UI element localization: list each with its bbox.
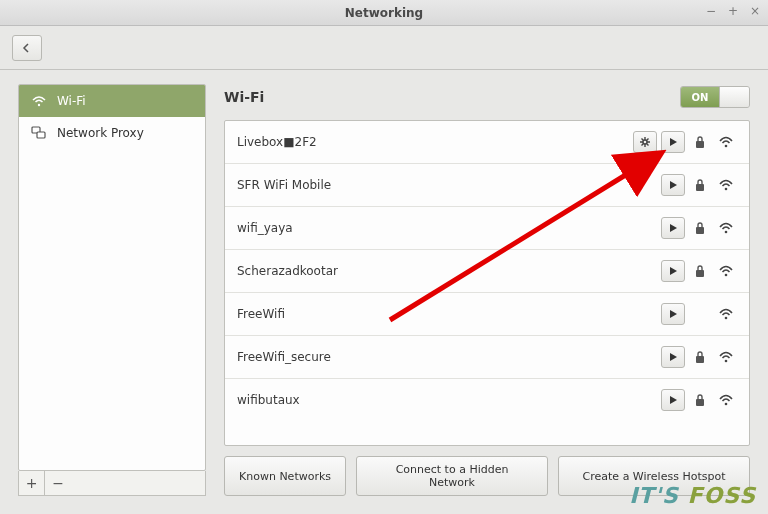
sidebar: Wi-Fi Network Proxy + − [18,84,206,496]
svg-rect-16 [696,399,704,406]
proxy-icon [31,125,47,141]
connect-button[interactable] [661,174,685,196]
network-list: Livebox■2F2SFR WiFi Mobilewifi_yayaScher… [224,120,750,446]
connect-button[interactable] [661,303,685,325]
svg-rect-10 [696,270,704,277]
svg-point-11 [725,274,728,277]
svg-point-15 [725,360,728,363]
svg-point-17 [725,403,728,406]
network-actions [661,346,737,368]
connect-hidden-button[interactable]: Connect to a Hidden Network [356,456,548,496]
lock-icon [689,131,711,153]
network-actions [661,389,737,411]
signal-icon [715,174,737,196]
network-name: wifi_yaya [237,221,661,235]
signal-icon [715,217,737,239]
svg-point-13 [725,317,728,320]
signal-icon [715,131,737,153]
signal-icon [715,389,737,411]
main-header: Wi-Fi ON [224,84,750,110]
signal-icon [715,260,737,282]
lock-icon [689,217,711,239]
svg-rect-14 [696,356,704,363]
network-row: Livebox■2F2 [225,121,749,164]
network-row: SFR WiFi Mobile [225,164,749,207]
toolbar [0,26,768,70]
close-button[interactable]: × [748,4,762,18]
svg-rect-8 [696,227,704,234]
network-row: Scherazadkootar [225,250,749,293]
sidebar-list: Wi-Fi Network Proxy [18,84,206,471]
network-name: Livebox■2F2 [237,135,633,149]
signal-icon [715,303,737,325]
network-row: wifibutaux [225,379,749,421]
svg-point-7 [725,188,728,191]
toggle-knob [719,87,749,107]
network-row: FreeWifi_secure [225,336,749,379]
svg-rect-6 [696,184,704,191]
known-networks-button[interactable]: Known Networks [224,456,346,496]
svg-point-3 [643,140,647,144]
minimize-button[interactable]: − [704,4,718,18]
lock-icon [689,389,711,411]
sidebar-item-proxy[interactable]: Network Proxy [19,117,205,149]
arrow-left-icon [21,42,33,54]
signal-icon [715,346,737,368]
connect-button[interactable] [661,260,685,282]
network-actions [661,303,737,325]
maximize-button[interactable]: + [726,4,740,18]
svg-point-9 [725,231,728,234]
add-button[interactable]: + [19,471,45,495]
lock-icon [689,346,711,368]
network-name: wifibutaux [237,393,661,407]
svg-point-0 [38,104,40,106]
lock-icon [689,174,711,196]
sidebar-item-wifi[interactable]: Wi-Fi [19,85,205,117]
network-actions [633,131,737,153]
window-buttons: − + × [704,4,762,18]
content: Wi-Fi Network Proxy + − Wi-Fi ON [0,70,768,514]
sidebar-footer: + − [18,471,206,496]
svg-point-5 [725,145,728,148]
settings-button[interactable] [633,131,657,153]
svg-rect-2 [37,132,45,138]
network-name: FreeWifi_secure [237,350,661,364]
network-name: Scherazadkootar [237,264,661,278]
network-name: SFR WiFi Mobile [237,178,661,192]
connect-button[interactable] [661,346,685,368]
main: Wi-Fi ON Livebox■2F2SFR WiFi Mobilewifi_… [224,84,750,496]
connect-button[interactable] [661,217,685,239]
network-actions [661,217,737,239]
wifi-toggle[interactable]: ON [680,86,750,108]
remove-button[interactable]: − [45,471,71,495]
connect-button[interactable] [661,131,685,153]
network-actions [661,174,737,196]
network-row: wifi_yaya [225,207,749,250]
toggle-on-label: ON [681,87,719,107]
titlebar: Networking − + × [0,0,768,26]
sidebar-item-label: Wi-Fi [57,94,86,108]
svg-rect-12 [696,313,704,320]
network-actions [661,260,737,282]
connect-button[interactable] [661,389,685,411]
svg-rect-4 [696,141,704,148]
page-title: Wi-Fi [224,89,264,105]
network-name: FreeWifi [237,307,661,321]
sidebar-item-label: Network Proxy [57,126,144,140]
lock-icon [689,260,711,282]
wifi-icon [31,93,47,109]
window-title: Networking [345,6,423,20]
watermark: IT'S FOSS [629,483,756,508]
back-button[interactable] [12,35,42,61]
network-row: FreeWifi [225,293,749,336]
